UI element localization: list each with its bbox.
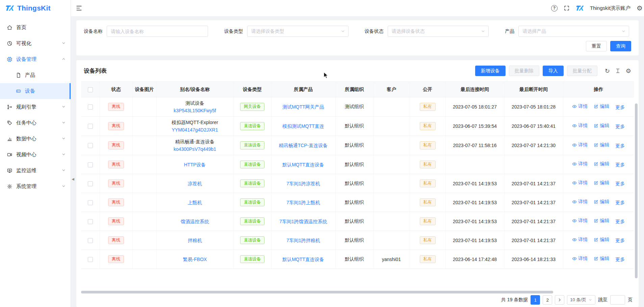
product-link[interactable]: 精讯畅通TCP-直连设备 <box>279 143 328 148</box>
row-checkbox[interactable] <box>88 104 93 110</box>
column-settings-icon[interactable]: ⚙ <box>626 68 631 74</box>
settings-icon[interactable]: ⚙ <box>637 5 643 11</box>
help-icon[interactable]: ? <box>551 5 558 11</box>
edit-link[interactable]: 编辑 <box>594 142 609 148</box>
sidebar-item-home[interactable]: 首页 <box>0 20 71 36</box>
more-link[interactable]: 更多 <box>615 104 625 111</box>
device-name-link[interactable]: ko4300PsV7q449b1 <box>159 145 231 153</box>
product-link[interactable]: 7车间1跨凉茬机 <box>286 181 320 186</box>
next-page-button[interactable] <box>555 295 564 305</box>
refresh-icon[interactable]: ↻ <box>605 68 610 74</box>
row-checkbox[interactable] <box>88 124 93 129</box>
edit-link[interactable]: 编辑 <box>594 218 609 224</box>
row-checkbox[interactable] <box>88 238 93 243</box>
product-link[interactable]: 7车间1跨馏酒温控系统 <box>279 219 327 224</box>
vertical-scrollbar[interactable] <box>635 103 638 291</box>
horizontal-scrollbar[interactable] <box>81 291 630 293</box>
sidebar-item-data-center[interactable]: 数据中心 <box>0 131 71 147</box>
query-button[interactable]: 查询 <box>610 41 631 51</box>
device-type-select[interactable]: 请选择设备类型 <box>247 26 349 37</box>
detail-link[interactable]: 详情 <box>572 180 588 186</box>
edit-link[interactable]: 编辑 <box>594 123 609 129</box>
device-name-link[interactable]: 繁易-FBOX <box>159 256 231 263</box>
device-status-select[interactable]: 请选择设备状态 <box>388 26 489 37</box>
product-link[interactable]: 7车间1跨拌粮机 <box>286 238 320 243</box>
horizontal-scrollbar-thumb[interactable] <box>81 291 553 293</box>
last-disconnect-time: 2023-07-01 14:21:37 <box>504 231 563 250</box>
sidebar-item-video-center[interactable]: 视频中心 <box>0 147 71 163</box>
more-link[interactable]: 更多 <box>615 257 625 263</box>
edit-link[interactable]: 编辑 <box>594 199 609 205</box>
sidebar-item-device[interactable]: 设备 <box>0 83 71 99</box>
device-name-link[interactable]: 上甑机 <box>159 199 231 206</box>
more-link[interactable]: 更多 <box>615 238 625 244</box>
row-checkbox[interactable] <box>88 219 93 224</box>
row-checkbox[interactable] <box>88 181 93 186</box>
edit-link[interactable]: 编辑 <box>594 161 609 167</box>
product-link[interactable]: 默认MQTT直连设备 <box>282 162 324 167</box>
more-link[interactable]: 更多 <box>615 219 625 225</box>
sidebar-item-visualization[interactable]: 可视化 <box>0 36 71 51</box>
product-select[interactable]: 请选择产品 <box>518 26 629 37</box>
fullscreen-icon[interactable] <box>564 5 570 11</box>
batch-assign-button[interactable]: 批量分配 <box>567 66 597 76</box>
select-all-checkbox[interactable] <box>88 87 93 92</box>
sidebar-item-task-center[interactable]: 任务中心 <box>0 115 71 131</box>
more-link[interactable]: 更多 <box>615 162 625 168</box>
chevron-down-icon <box>61 120 66 126</box>
edit-link[interactable]: 编辑 <box>594 256 609 262</box>
detail-link[interactable]: 详情 <box>572 103 588 110</box>
detail-link[interactable]: 详情 <box>572 199 588 205</box>
detail-link[interactable]: 详情 <box>572 142 588 148</box>
device-name-input[interactable] <box>107 26 208 37</box>
detail-link[interactable]: 详情 <box>572 237 588 243</box>
page-button-1[interactable]: 1 <box>531 295 540 305</box>
reset-button[interactable]: 重置 <box>586 41 607 51</box>
more-link[interactable]: 更多 <box>615 124 625 130</box>
sidebar-collapse-handle[interactable]: ◀ <box>71 174 75 183</box>
import-button[interactable]: 导入 <box>543 66 564 76</box>
jump-page-input[interactable] <box>610 295 625 305</box>
detail-link[interactable]: 详情 <box>572 256 588 262</box>
customer-cell <box>373 193 410 212</box>
product-link[interactable]: 测试MQTT网关产品 <box>282 104 324 110</box>
row-height-icon[interactable] <box>615 68 621 74</box>
device-name-link[interactable]: 馏酒温控系统 <box>159 218 231 225</box>
add-device-button[interactable]: 新增设备 <box>475 66 506 76</box>
device-alias: 精讯畅通-直连设备 <box>159 138 231 145</box>
page-size-select[interactable]: 10 条/页 <box>567 295 595 305</box>
more-link[interactable]: 更多 <box>615 181 625 187</box>
sidebar-item-monitoring-ops[interactable]: 监控运维 <box>0 163 71 179</box>
product-link[interactable]: 模拟测试MQTT直连 <box>282 123 324 129</box>
device-name-link[interactable]: HTTP设备 <box>159 161 231 168</box>
device-status-placeholder: 请选择设备状态 <box>392 28 425 34</box>
product-link[interactable]: 默认MQTT直连设备 <box>282 257 324 262</box>
device-name-link[interactable]: k3P543L150KFwy5f <box>159 107 231 114</box>
sidebar-item-system-management[interactable]: 系统管理 <box>0 179 71 194</box>
device-name-link[interactable]: 凉茬机 <box>159 180 231 187</box>
row-checkbox[interactable] <box>88 257 93 262</box>
row-checkbox[interactable] <box>88 200 93 205</box>
product-placeholder: 请选择产品 <box>522 28 546 34</box>
more-link[interactable]: 更多 <box>615 200 625 206</box>
detail-link[interactable]: 详情 <box>572 161 588 167</box>
sidebar-item-rule-engine[interactable]: 规则引擎 <box>0 99 71 115</box>
batch-delete-button[interactable]: 批量删除 <box>509 66 539 76</box>
row-checkbox[interactable] <box>88 162 93 167</box>
product-link[interactable]: 7车间1跨上甑机 <box>286 200 320 205</box>
sidebar-item-product[interactable]: 产品 <box>0 67 71 83</box>
device-name-link[interactable]: YYM04147g4D2JXR1 <box>159 126 231 134</box>
more-link[interactable]: 更多 <box>615 143 625 149</box>
edit-link[interactable]: 编辑 <box>594 103 609 110</box>
menu-fold-icon[interactable] <box>76 5 82 11</box>
edit-link[interactable]: 编辑 <box>594 237 609 243</box>
detail-link[interactable]: 详情 <box>572 218 588 224</box>
sidebar-item-device-management[interactable]: 设备管理 <box>0 51 71 67</box>
device-name-link[interactable]: 拌粮机 <box>159 237 231 244</box>
edit-link[interactable]: 编辑 <box>594 180 609 186</box>
row-checkbox[interactable] <box>88 143 93 148</box>
account-name[interactable]: Thingskit演示账户 <box>590 5 630 11</box>
page-button-2[interactable]: 2 <box>543 295 552 305</box>
detail-link[interactable]: 详情 <box>572 123 588 129</box>
vertical-scrollbar-thumb[interactable] <box>635 103 638 278</box>
